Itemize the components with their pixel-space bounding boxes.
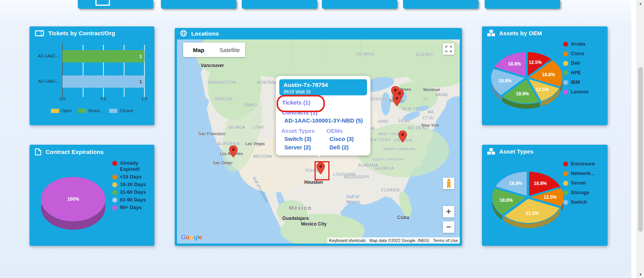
scroll-down-arrow-icon[interactable]: ▼: [637, 273, 644, 276]
legend-label: 16-30 Days: [120, 182, 146, 188]
fullscreen-button[interactable]: [443, 43, 454, 55]
oem-item[interactable]: Cisco (3): [329, 135, 354, 142]
oem-item[interactable]: Dell (2): [329, 144, 354, 151]
contract-item[interactable]: AD-1AAC-100001-3Y-NBD (5): [284, 117, 365, 124]
legend-label: 90+ Days: [120, 204, 142, 211]
legend-item: Resol...: [78, 108, 103, 113]
scrollbar-thumb[interactable]: [638, 67, 643, 232]
map-label: Vancouver: [201, 63, 224, 68]
austin-pin-annotation: [315, 161, 329, 180]
bar-category-label: AD-1AAC-...: [31, 79, 60, 83]
map-label: MA: [428, 110, 434, 114]
page-right-margin: [631, 0, 637, 278]
nav-tile[interactable]: [403, 0, 478, 9]
map-label: GEORGIA: [375, 166, 394, 170]
nav-tile[interactable]: [242, 0, 317, 9]
boxes-icon: [487, 30, 495, 36]
map-pin[interactable]: [393, 94, 401, 108]
x-tick-label: 0.5: [100, 96, 106, 101]
legend-swatch: [563, 162, 568, 167]
pie-label: 18.8%: [498, 78, 511, 83]
scroll-up-arrow-icon[interactable]: ▲: [637, 2, 644, 5]
globe-icon: [180, 30, 187, 37]
zoom-out-button[interactable]: −: [443, 221, 454, 233]
legend-swatch: [563, 181, 568, 186]
legend-label: Lenovo: [571, 89, 588, 95]
legend-label: Closed: [120, 108, 133, 113]
nav-tile[interactable]: [485, 0, 560, 9]
map-pin[interactable]: [398, 131, 407, 144]
panel-header: Locations: [175, 28, 462, 37]
map-label: ONTARIO: [356, 52, 374, 56]
map-label: Guadalajara: [282, 216, 309, 221]
pie-label: 18.8%: [508, 61, 521, 67]
pie-label: 31.3%: [526, 211, 539, 216]
map-label: NEVADA: [228, 125, 245, 129]
legend-swatch: [51, 109, 59, 113]
map-label: MD DE: [408, 126, 421, 130]
nav-tile[interactable]: [161, 0, 236, 9]
map-label: FLORIDA: [381, 188, 400, 192]
terms-of-use-link[interactable]: Terms of Use: [431, 237, 460, 244]
legend-label: Switch: [571, 199, 587, 205]
google-logo-letter: o: [190, 234, 193, 241]
bar-value-label: 1: [139, 54, 142, 59]
satellite-button[interactable]: Satellite: [214, 43, 245, 57]
pie-label: 18.8%: [516, 91, 529, 96]
legend-label: Dell: [571, 60, 580, 66]
tickets-link-annotation: [277, 95, 325, 112]
asset-types-column: Asset Types Switch (3)Server (2): [281, 128, 326, 151]
info-window-columns: Asset Types Switch (3)Server (2) OEMs Ci…: [281, 128, 365, 151]
legend-swatch: [563, 61, 568, 66]
panel-title: Locations: [191, 30, 219, 37]
bar: 1: [62, 75, 144, 88]
map-button[interactable]: Map: [183, 43, 214, 57]
legend-item: 31-60 Days: [112, 189, 147, 195]
monitor-icon: [95, 0, 110, 6]
nav-tile[interactable]: [78, 0, 153, 9]
map-label: San Francisco: [198, 131, 225, 136]
legend-label: <15 Days: [120, 174, 142, 180]
legend-item: <15 Days: [112, 174, 147, 180]
legend-item: IBM: [563, 79, 588, 85]
pie-label: 12.5%: [536, 87, 549, 92]
legend-item: Enclosure: [563, 161, 595, 167]
zoom-in-button[interactable]: +: [443, 206, 454, 217]
map-label: Gulf of: [346, 194, 359, 199]
chart-legend: OpenResol...Closed: [29, 108, 154, 113]
close-icon[interactable]: ×: [364, 77, 367, 83]
legend-item: Aruba: [563, 41, 588, 47]
locations-panel: Locations: [175, 28, 462, 246]
pie-label: 18.8%: [509, 181, 522, 186]
asset-types-heading: Asset Types: [281, 128, 326, 134]
x-tick-label: 0.0: [59, 96, 65, 101]
pegman-control[interactable]: [443, 178, 454, 189]
panel-header: Contract Expirations: [29, 145, 154, 155]
asset-type-item[interactable]: Server (2): [284, 144, 326, 151]
map-label: VT: [423, 97, 428, 101]
keyboard-shortcuts-link[interactable]: Keyboard shortcuts: [327, 237, 367, 244]
map-pin[interactable]: [229, 146, 238, 159]
google-map[interactable]: VancouverWASHINGTONMONTANAONTARIOQUEBECO…: [177, 39, 460, 244]
nav-tile[interactable]: [322, 0, 397, 9]
bar: 1: [62, 50, 144, 62]
map-label: KENTUCKY: [368, 137, 390, 142]
google-logo[interactable]: Google: [181, 234, 202, 241]
map-label: PENN: [398, 119, 410, 123]
google-logo-letter: G: [181, 234, 186, 241]
google-logo-letter: e: [199, 234, 202, 241]
asset-type-item[interactable]: Switch (3): [284, 135, 326, 142]
legend-swatch: [563, 90, 568, 95]
pie-label: 12.5%: [529, 60, 542, 65]
legend-label: HPE: [571, 70, 581, 76]
vertical-scrollbar[interactable]: ▲ ▼: [637, 0, 644, 278]
oems-heading: OEMs: [326, 128, 354, 134]
tickets-by-contract-panel: Tickets by Contract/Org AD-1AAC-...1AD-1…: [29, 26, 154, 125]
map-label: QUEBEC: [416, 52, 434, 57]
legend-label: Cisco: [571, 51, 584, 57]
map-label: ARIZONA: [253, 154, 272, 158]
legend-label: 61-90 Days: [120, 197, 146, 203]
map-label: SOUTH CAROLINA: [372, 157, 404, 161]
map-label: MAINE: [435, 93, 448, 97]
legend-swatch: [563, 171, 568, 176]
